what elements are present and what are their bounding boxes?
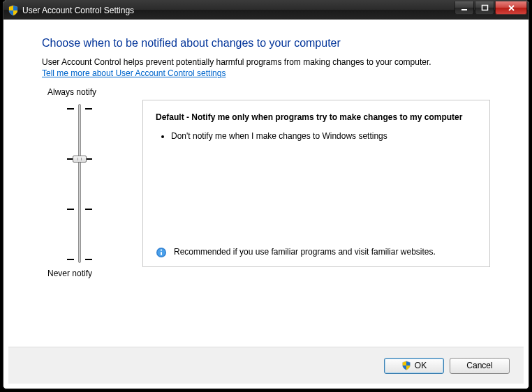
slider-column: Always notify Never notify — [42, 86, 142, 278]
slider-rail — [78, 104, 81, 263]
window-controls — [455, 1, 527, 15]
footer: OK Cancel — [8, 347, 524, 384]
slider-tick — [67, 108, 74, 110]
cancel-button-label: Cancel — [466, 361, 492, 370]
level-bullet: Don't notify me when I make changes to W… — [171, 130, 477, 142]
uac-shield-icon — [8, 5, 19, 16]
close-button[interactable] — [495, 1, 527, 15]
svg-rect-1 — [482, 5, 487, 10]
slider-tick — [67, 259, 74, 260]
level-title: Default - Notify me only when programs t… — [156, 112, 477, 123]
slider-tick — [67, 209, 74, 210]
level-bullet-list: Don't notify me when I make changes to W… — [156, 129, 477, 144]
slider-label-bottom: Never notify — [42, 269, 142, 278]
ok-button-label: OK — [415, 361, 427, 370]
page-description: User Account Control helps prevent poten… — [42, 56, 490, 79]
level-description-panel: Default - Notify me only when programs t… — [142, 100, 490, 267]
maximize-button[interactable] — [475, 1, 494, 15]
slider-tick — [85, 108, 92, 110]
svg-point-5 — [161, 250, 162, 251]
uac-help-link[interactable]: Tell me more about User Account Control … — [42, 68, 226, 78]
titlebar[interactable]: User Account Control Settings — [3, 1, 529, 20]
minimize-button[interactable] — [455, 1, 474, 15]
slider-thumb[interactable] — [73, 156, 87, 163]
slider-tick — [85, 259, 92, 260]
slider-label-top: Always notify — [42, 87, 142, 97]
notification-level-slider[interactable] — [42, 101, 142, 266]
level-recommendation: Recommended if you use familiar programs… — [156, 242, 477, 258]
svg-rect-4 — [161, 252, 162, 255]
slider-tick — [85, 209, 92, 210]
page-description-text: User Account Control helps prevent poten… — [42, 57, 431, 67]
svg-rect-0 — [461, 9, 467, 10]
info-icon — [156, 247, 167, 258]
page-content: Choose when to be notified about changes… — [8, 20, 524, 278]
window-title: User Account Control Settings — [22, 6, 455, 15]
uac-shield-icon — [401, 361, 411, 370]
main-area: Always notify Never notify — [42, 86, 490, 278]
client-area: Choose when to be notified about changes… — [8, 20, 524, 384]
level-recommendation-text: Recommended if you use familiar programs… — [174, 246, 436, 258]
window: User Account Control Settings Choose whe… — [3, 0, 529, 389]
ok-button[interactable]: OK — [384, 358, 444, 374]
cancel-button[interactable]: Cancel — [450, 358, 510, 374]
page-heading: Choose when to be notified about changes… — [42, 37, 490, 50]
